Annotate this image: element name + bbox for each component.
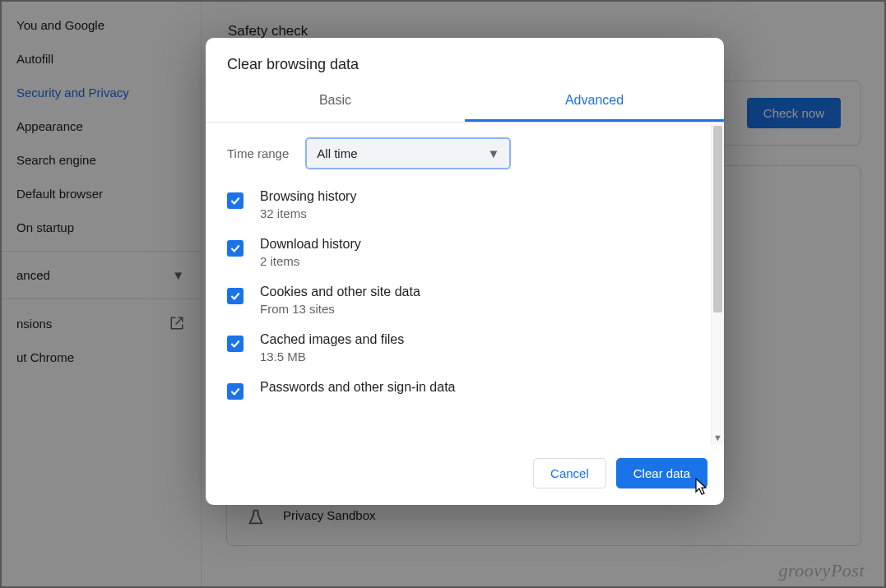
tab-basic[interactable]: Basic [206, 81, 465, 122]
dialog-tabs: Basic Advanced [206, 81, 724, 123]
tab-advanced[interactable]: Advanced [465, 81, 724, 122]
option-passwords[interactable]: Passwords and other sign-in data [227, 372, 689, 408]
cancel-button[interactable]: Cancel [533, 458, 606, 488]
check-icon [230, 195, 241, 206]
option-title: Passwords and other sign-in data [260, 380, 455, 395]
option-browsing-history[interactable]: Browsing history 32 items [227, 181, 689, 229]
option-title: Browsing history [260, 189, 356, 204]
option-subtitle: From 13 sites [260, 302, 420, 316]
checkbox[interactable] [227, 240, 244, 257]
option-download-history[interactable]: Download history 2 items [227, 229, 689, 276]
check-icon [230, 290, 241, 302]
dialog-footer: Cancel Clear data [206, 445, 724, 505]
checkbox[interactable] [227, 383, 244, 400]
time-range-row: Time range All time ▼ [227, 137, 689, 169]
checkbox[interactable] [227, 288, 244, 304]
time-range-select[interactable]: All time ▼ [305, 137, 511, 169]
time-range-value: All time [317, 146, 357, 160]
check-icon [230, 338, 241, 350]
check-icon [230, 243, 241, 254]
scrollbar-thumb[interactable] [713, 126, 722, 313]
option-subtitle: 2 items [260, 254, 361, 268]
chevron-down-icon: ▼ [487, 146, 499, 160]
clear-data-button[interactable]: Clear data [616, 458, 707, 488]
dialog-title: Clear browsing data [206, 38, 724, 81]
checkbox[interactable] [227, 192, 244, 209]
option-title: Download history [260, 237, 361, 252]
option-title: Cookies and other site data [260, 285, 420, 299]
dialog-body: Time range All time ▼ Browsing history 3… [206, 123, 711, 445]
checkbox[interactable] [227, 336, 244, 352]
dialog-scrollbar[interactable]: ▼ [711, 123, 724, 445]
check-icon [230, 386, 241, 397]
clear-browsing-data-dialog: Clear browsing data Basic Advanced Time … [206, 38, 724, 505]
time-range-label: Time range [227, 146, 289, 160]
option-cached-images[interactable]: Cached images and files 13.5 MB [227, 324, 689, 372]
option-cookies[interactable]: Cookies and other site data From 13 site… [227, 276, 689, 324]
scroll-down-icon[interactable]: ▼ [713, 433, 722, 442]
option-subtitle: 13.5 MB [260, 350, 404, 363]
option-subtitle: 32 items [260, 206, 356, 220]
option-title: Cached images and files [260, 332, 404, 347]
